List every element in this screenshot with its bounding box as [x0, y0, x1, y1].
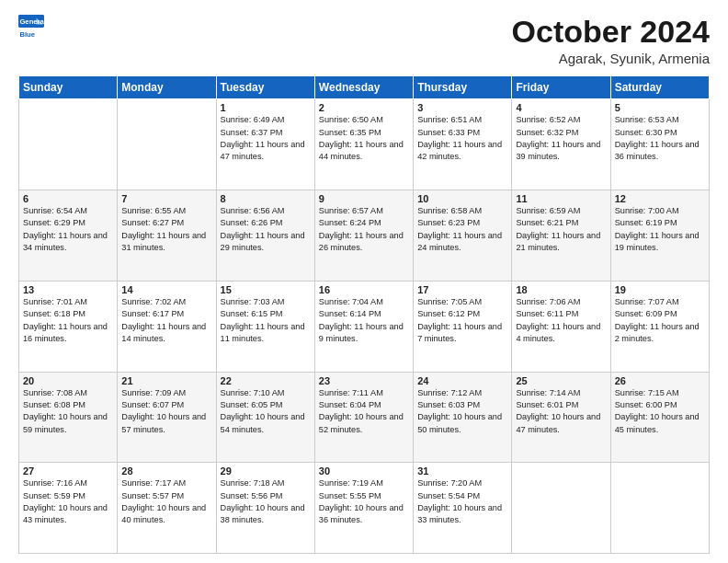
day-number: 20	[23, 375, 113, 386]
week-row-2: 13Sunrise: 7:01 AM Sunset: 6:18 PM Dayli…	[19, 281, 710, 372]
day-info: Sunrise: 6:54 AM Sunset: 6:29 PM Dayligh…	[23, 205, 113, 254]
svg-text:General: General	[19, 17, 44, 26]
day-number: 7	[121, 193, 211, 204]
day-cell: 14Sunrise: 7:02 AM Sunset: 6:17 PM Dayli…	[118, 281, 216, 372]
col-tuesday: Tuesday	[216, 76, 314, 99]
day-number: 24	[417, 375, 507, 386]
day-cell: 19Sunrise: 7:07 AM Sunset: 6:09 PM Dayli…	[610, 281, 709, 372]
day-cell: 7Sunrise: 6:55 AM Sunset: 6:27 PM Daylig…	[118, 190, 216, 282]
day-number: 9	[319, 193, 409, 204]
day-info: Sunrise: 7:01 AM Sunset: 6:18 PM Dayligh…	[23, 296, 113, 345]
day-number: 13	[23, 284, 113, 295]
day-cell: 4Sunrise: 6:52 AM Sunset: 6:32 PM Daylig…	[512, 99, 610, 190]
day-cell: 18Sunrise: 7:06 AM Sunset: 6:11 PM Dayli…	[512, 281, 610, 372]
day-info: Sunrise: 6:52 AM Sunset: 6:32 PM Dayligh…	[516, 114, 606, 163]
col-wednesday: Wednesday	[314, 76, 413, 99]
day-cell: 9Sunrise: 6:57 AM Sunset: 6:24 PM Daylig…	[314, 190, 413, 282]
calendar-subtitle: Agarak, Syunik, Armenia	[512, 51, 710, 66]
day-cell: 27Sunrise: 7:16 AM Sunset: 5:59 PM Dayli…	[19, 463, 118, 554]
day-info: Sunrise: 7:07 AM Sunset: 6:09 PM Dayligh…	[615, 296, 705, 345]
day-cell: 28Sunrise: 7:17 AM Sunset: 5:57 PM Dayli…	[118, 463, 216, 554]
day-number: 28	[121, 465, 211, 477]
week-row-3: 20Sunrise: 7:08 AM Sunset: 6:08 PM Dayli…	[19, 372, 710, 463]
day-info: Sunrise: 6:59 AM Sunset: 6:21 PM Dayligh…	[516, 205, 606, 254]
day-number: 10	[417, 193, 507, 204]
day-number: 17	[417, 284, 507, 295]
day-info: Sunrise: 7:10 AM Sunset: 6:05 PM Dayligh…	[221, 387, 311, 436]
day-info: Sunrise: 7:08 AM Sunset: 6:08 PM Dayligh…	[23, 387, 113, 436]
header-row: Sunday Monday Tuesday Wednesday Thursday…	[19, 76, 710, 99]
week-row-1: 6Sunrise: 6:54 AM Sunset: 6:29 PM Daylig…	[19, 190, 710, 282]
day-info: Sunrise: 7:19 AM Sunset: 5:55 PM Dayligh…	[319, 477, 409, 526]
day-info: Sunrise: 7:03 AM Sunset: 6:15 PM Dayligh…	[221, 296, 311, 345]
day-info: Sunrise: 6:56 AM Sunset: 6:26 PM Dayligh…	[221, 205, 311, 254]
day-number: 22	[221, 375, 311, 386]
calendar-table: Sunday Monday Tuesday Wednesday Thursday…	[18, 75, 710, 554]
day-cell: 24Sunrise: 7:12 AM Sunset: 6:03 PM Dayli…	[414, 372, 512, 463]
week-row-0: 1Sunrise: 6:49 AM Sunset: 6:37 PM Daylig…	[19, 99, 710, 190]
day-cell: 20Sunrise: 7:08 AM Sunset: 6:08 PM Dayli…	[19, 372, 118, 463]
day-info: Sunrise: 6:57 AM Sunset: 6:24 PM Dayligh…	[319, 205, 409, 254]
day-number: 23	[319, 375, 409, 386]
day-cell: 13Sunrise: 7:01 AM Sunset: 6:18 PM Dayli…	[19, 281, 118, 372]
day-cell: 16Sunrise: 7:04 AM Sunset: 6:14 PM Dayli…	[314, 281, 413, 372]
day-info: Sunrise: 7:05 AM Sunset: 6:12 PM Dayligh…	[417, 296, 507, 345]
day-cell: 22Sunrise: 7:10 AM Sunset: 6:05 PM Dayli…	[216, 372, 314, 463]
day-cell: 3Sunrise: 6:51 AM Sunset: 6:33 PM Daylig…	[414, 99, 512, 190]
day-number: 16	[319, 284, 409, 295]
col-monday: Monday	[118, 76, 216, 99]
day-number: 31	[417, 465, 507, 477]
day-number: 1	[221, 102, 311, 113]
day-cell: 10Sunrise: 6:58 AM Sunset: 6:23 PM Dayli…	[414, 190, 512, 282]
day-cell	[118, 99, 216, 190]
day-info: Sunrise: 7:11 AM Sunset: 6:04 PM Dayligh…	[319, 387, 409, 436]
day-info: Sunrise: 6:55 AM Sunset: 6:27 PM Dayligh…	[121, 205, 211, 254]
day-info: Sunrise: 7:00 AM Sunset: 6:19 PM Dayligh…	[615, 205, 705, 254]
day-info: Sunrise: 7:15 AM Sunset: 6:00 PM Dayligh…	[615, 387, 705, 436]
day-number: 6	[23, 193, 113, 204]
day-info: Sunrise: 7:16 AM Sunset: 5:59 PM Dayligh…	[23, 477, 113, 526]
day-number: 3	[417, 102, 507, 113]
day-cell: 8Sunrise: 6:56 AM Sunset: 6:26 PM Daylig…	[216, 190, 314, 282]
day-number: 14	[121, 284, 211, 295]
day-cell: 25Sunrise: 7:14 AM Sunset: 6:01 PM Dayli…	[512, 372, 610, 463]
col-sunday: Sunday	[19, 76, 118, 99]
day-info: Sunrise: 7:17 AM Sunset: 5:57 PM Dayligh…	[121, 477, 211, 526]
day-cell: 2Sunrise: 6:50 AM Sunset: 6:35 PM Daylig…	[314, 99, 413, 190]
page: General Blue October 2024 Agarak, Syunik…	[0, 0, 728, 563]
day-number: 11	[516, 193, 606, 204]
day-info: Sunrise: 6:50 AM Sunset: 6:35 PM Dayligh…	[319, 114, 409, 163]
day-number: 27	[23, 465, 113, 477]
logo-icon: General Blue	[18, 15, 44, 40]
day-cell	[19, 99, 118, 190]
day-number: 18	[516, 284, 606, 295]
day-cell: 15Sunrise: 7:03 AM Sunset: 6:15 PM Dayli…	[216, 281, 314, 372]
day-info: Sunrise: 7:09 AM Sunset: 6:07 PM Dayligh…	[121, 387, 211, 436]
day-number: 2	[319, 102, 409, 113]
day-number: 15	[221, 284, 311, 295]
day-number: 21	[121, 375, 211, 386]
day-cell: 23Sunrise: 7:11 AM Sunset: 6:04 PM Dayli…	[314, 372, 413, 463]
day-number: 26	[615, 375, 705, 386]
header: General Blue October 2024 Agarak, Syunik…	[18, 15, 710, 66]
day-number: 4	[516, 102, 606, 113]
day-info: Sunrise: 6:58 AM Sunset: 6:23 PM Dayligh…	[417, 205, 507, 254]
day-number: 29	[221, 465, 311, 477]
day-cell: 21Sunrise: 7:09 AM Sunset: 6:07 PM Dayli…	[118, 372, 216, 463]
day-cell	[512, 463, 610, 554]
day-info: Sunrise: 6:49 AM Sunset: 6:37 PM Dayligh…	[221, 114, 311, 163]
day-cell: 30Sunrise: 7:19 AM Sunset: 5:55 PM Dayli…	[314, 463, 413, 554]
logo: General Blue	[18, 15, 48, 40]
day-cell: 6Sunrise: 6:54 AM Sunset: 6:29 PM Daylig…	[19, 190, 118, 282]
day-number: 30	[319, 465, 409, 477]
day-cell: 26Sunrise: 7:15 AM Sunset: 6:00 PM Dayli…	[610, 372, 709, 463]
day-info: Sunrise: 7:20 AM Sunset: 5:54 PM Dayligh…	[417, 477, 507, 526]
calendar-title: October 2024	[512, 15, 710, 49]
day-number: 12	[615, 193, 705, 204]
day-info: Sunrise: 7:14 AM Sunset: 6:01 PM Dayligh…	[516, 387, 606, 436]
day-cell: 11Sunrise: 6:59 AM Sunset: 6:21 PM Dayli…	[512, 190, 610, 282]
week-row-4: 27Sunrise: 7:16 AM Sunset: 5:59 PM Dayli…	[19, 463, 710, 554]
day-info: Sunrise: 7:12 AM Sunset: 6:03 PM Dayligh…	[417, 387, 507, 436]
col-friday: Friday	[512, 76, 610, 99]
day-number: 19	[615, 284, 705, 295]
